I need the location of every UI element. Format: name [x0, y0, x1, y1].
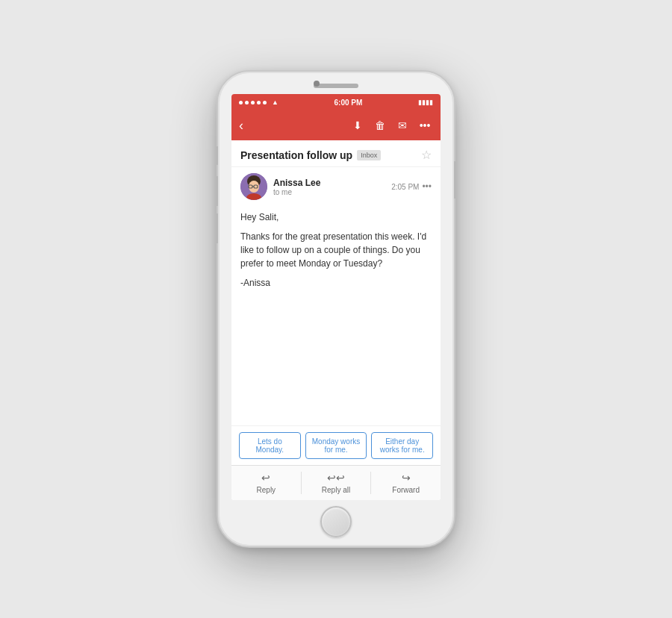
smart-reply-monday-works[interactable]: Monday works for me.: [305, 432, 367, 459]
signal-dot-3: [251, 101, 255, 104]
email-body-text: Thanks for the great presentation this w…: [240, 230, 432, 270]
smart-replies: Lets do Monday. Monday works for me. Eit…: [231, 425, 441, 465]
forward-button[interactable]: ↪ Forward: [371, 466, 441, 500]
battery-icon: ▮▮▮▮: [418, 99, 433, 106]
volume-down-button: [216, 213, 218, 243]
subject-left: Presentation follow up Inbox: [240, 149, 381, 161]
email-subject: Presentation follow up: [240, 149, 352, 161]
email-content: Presentation follow up Inbox ☆: [231, 140, 441, 500]
more-options-icon[interactable]: •••: [417, 119, 433, 131]
mail-icon[interactable]: ✉: [394, 119, 411, 131]
reply-all-button[interactable]: ↩↩ Reply all: [302, 466, 371, 500]
power-button: [454, 161, 456, 199]
star-button[interactable]: ☆: [421, 148, 432, 162]
signal-dot-5: [263, 101, 267, 104]
smart-reply-either[interactable]: Either day works for me.: [371, 432, 433, 459]
sender-time: 2:05 PM •••: [391, 181, 432, 192]
speaker: [314, 84, 358, 88]
reply-all-icon: ↩↩: [327, 472, 345, 484]
gmail-toolbar: ‹ ⬇ 🗑 ✉ •••: [231, 110, 441, 140]
sender-name: Anissa Lee: [273, 178, 385, 188]
email-body: Hey Salit, Thanks for the great presenta…: [231, 206, 441, 425]
signal-dot-2: [245, 101, 249, 104]
sender-row: Anissa Lee to me 2:05 PM •••: [231, 167, 441, 206]
email-more-icon[interactable]: •••: [422, 181, 432, 192]
reply-button[interactable]: ↩ Reply: [231, 466, 301, 500]
mute-button: [216, 146, 218, 165]
reply-label: Reply: [257, 486, 276, 494]
volume-up-button: [216, 176, 218, 206]
email-greeting: Hey Salit,: [240, 210, 432, 224]
inbox-badge: Inbox: [357, 150, 381, 160]
signal-dot-4: [257, 101, 261, 104]
forward-label: Forward: [392, 486, 420, 494]
delete-icon[interactable]: 🗑: [372, 119, 388, 131]
back-button[interactable]: ‹: [239, 118, 243, 134]
email-time: 2:05 PM: [391, 183, 419, 191]
status-time: 6:00 PM: [335, 99, 363, 107]
action-bar: ↩ Reply ↩↩ Reply all ↪ Forward: [231, 465, 441, 500]
sender-info: Anissa Lee to me: [273, 178, 385, 196]
avatar-image: [240, 173, 267, 200]
phone-frame: ▲ 6:00 PM ▮▮▮▮ ‹ ⬇ 🗑 ✉ ••• Presentation …: [217, 70, 455, 548]
signal-area: ▲: [239, 99, 279, 106]
sender-to: to me: [273, 188, 385, 196]
home-button[interactable]: [320, 506, 352, 537]
smart-reply-monday[interactable]: Lets do Monday.: [239, 432, 301, 459]
avatar: [240, 173, 267, 200]
reply-icon: ↩: [261, 472, 270, 484]
forward-icon: ↪: [402, 472, 411, 484]
camera: [314, 81, 320, 87]
subject-row: Presentation follow up Inbox ☆: [231, 140, 441, 167]
wifi-icon: ▲: [272, 99, 279, 106]
status-bar: ▲ 6:00 PM ▮▮▮▮: [231, 94, 441, 110]
reply-all-label: Reply all: [322, 486, 350, 494]
signal-dot-1: [239, 101, 243, 104]
phone-screen: ▲ 6:00 PM ▮▮▮▮ ‹ ⬇ 🗑 ✉ ••• Presentation …: [231, 94, 441, 500]
archive-icon[interactable]: ⬇: [349, 119, 366, 131]
email-signature: -Anissa: [240, 276, 432, 290]
